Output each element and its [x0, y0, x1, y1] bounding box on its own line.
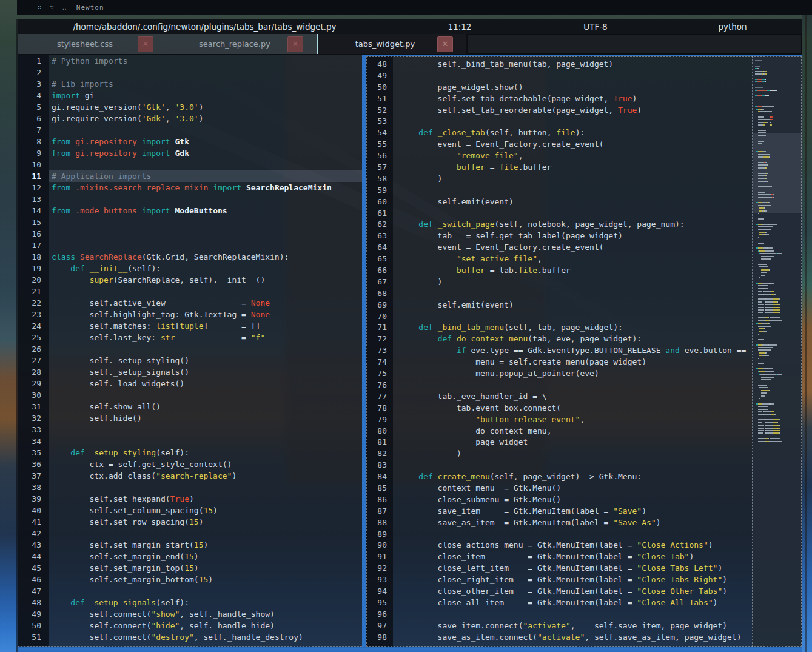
editor-pane-left[interactable]: 1# Python imports23# Lib imports4import …	[18, 55, 362, 647]
minimap-line-mark	[767, 167, 768, 169]
minimap-line-mark	[763, 256, 774, 257]
code-text: page_widget.show()	[393, 82, 802, 93]
code-text: self._load_widgets()	[49, 378, 362, 389]
code-line: 88 save_as_item = Gtk.MenuItem(label = "…	[366, 517, 802, 529]
code-text: self.show_all()	[49, 401, 362, 412]
minimap-line-mark	[765, 374, 776, 375]
minimap[interactable]	[752, 56, 802, 647]
minimap-line-mark	[767, 186, 772, 187]
code-text: self.set_margin_end(15)	[49, 551, 362, 562]
minimap-line-mark	[765, 162, 767, 163]
code-line: 3# Lib imports	[18, 78, 362, 90]
minimap-line-mark	[770, 317, 776, 318]
code-line: 47	[18, 585, 362, 597]
code-text: from .mode_buttons import ModeButtons	[49, 205, 362, 217]
line-number: 9	[18, 147, 49, 159]
line-number: 66	[366, 265, 393, 277]
line-number: 21	[18, 286, 49, 297]
minimap-line-mark	[779, 419, 780, 420]
code-token: file	[556, 128, 575, 137]
code-token: gi.repository	[75, 137, 142, 146]
editor-pane-right[interactable]: 48 self._bind_tab_menu(tab, page_widget)…	[366, 55, 802, 647]
tab-tabs_widget-py[interactable]: tabs_widget.py✕	[317, 34, 467, 54]
code-token: and	[665, 346, 684, 355]
code-token: # Python imports	[52, 56, 127, 66]
code-token: menu = self.create_menu(page_widget)	[400, 357, 646, 366]
header-bar: /home/abaddon/.config/newton/plugins/tab…	[18, 19, 802, 34]
code-text	[49, 528, 362, 539]
code-token: )	[722, 586, 727, 596]
code-text: save_item = Gtk.MenuItem(label = "Save")	[393, 506, 802, 517]
tab-search_replace-py[interactable]: search_replace.py✕	[167, 34, 317, 54]
code-text: if eve.type == Gdk.EventType.BUTTON_RELE…	[393, 345, 802, 357]
code-text	[393, 529, 802, 540]
minimap-line-mark	[758, 143, 763, 144]
code-text: "remove_file",	[393, 150, 802, 162]
code-text: "button-release-event",	[393, 414, 802, 426]
code-text: def _setup_styling(self):	[49, 447, 362, 459]
code-token: "destroy"	[151, 633, 193, 642]
code-line: 66 buffer = tab.file.buffer	[366, 265, 802, 277]
code-token: 15	[199, 575, 209, 584]
code-token: _close_tab	[438, 128, 485, 137]
minimap-line-mark	[761, 275, 766, 276]
code-view-left[interactable]: 1# Python imports23# Lib imports4import …	[18, 55, 362, 647]
tab-close-icon[interactable]: ✕	[437, 36, 453, 52]
minimap-line-mark	[758, 307, 765, 308]
pane-divider[interactable]	[362, 55, 366, 647]
line-number: 77	[366, 391, 393, 403]
code-token: import	[142, 149, 175, 158]
line-number: 25	[18, 332, 49, 343]
tab-stylesheet-css[interactable]: stylesheet.css✕	[18, 34, 167, 54]
code-token: =	[175, 333, 251, 342]
minimap-line-mark	[761, 269, 770, 271]
minimap-line-mark	[769, 156, 770, 158]
minimap-line-mark	[763, 377, 774, 378]
tab-close-icon[interactable]: ✕	[138, 36, 153, 52]
code-token: "Save As"	[613, 518, 656, 527]
tab-close-icon[interactable]: ✕	[287, 36, 303, 52]
encoding-indicator[interactable]: UTF-8	[528, 19, 663, 34]
code-text: close_other_item = Gtk.MenuItem(label = …	[393, 586, 802, 597]
minimap-line-mark	[776, 438, 780, 439]
code-line: 17	[18, 240, 362, 251]
code-line: 9from gi.repository import Gdk	[18, 147, 362, 159]
minimap-line-mark	[770, 320, 777, 321]
code-line: 60 self.emit(event)	[366, 197, 802, 208]
code-token	[400, 163, 457, 172]
code-token: )	[199, 517, 204, 526]
code-text: context_menu = Gtk.Menu()	[393, 483, 802, 494]
code-text: self.connect("destroy", self._handle_des…	[49, 631, 362, 643]
code-line: 25 self.last_key: str = "f"	[18, 332, 362, 343]
language-indicator[interactable]: python	[663, 19, 802, 34]
code-token: buffer	[457, 163, 485, 172]
code-token: self.set_column_spacing(	[52, 506, 203, 515]
code-text: super(SearchReplace, self).__init__()	[49, 274, 362, 286]
code-token: )	[189, 494, 194, 503]
minimap-line-mark	[758, 141, 764, 142]
code-view-right[interactable]: 48 self._bind_tab_menu(tab, page_widget)…	[366, 56, 802, 643]
code-token: (Gtk.Grid, SearchReplaceMixin):	[142, 252, 289, 261]
code-text	[49, 643, 362, 647]
line-number: 95	[366, 597, 393, 609]
code-text: def do_context_menu(tab, eve, page_widge…	[393, 334, 802, 345]
minimap-line-mark	[770, 441, 777, 442]
code-token: def	[70, 598, 89, 607]
code-text: self._setup_styling()	[49, 355, 362, 366]
code-token	[400, 266, 457, 275]
code-line: 74 menu = self.create_menu(page_widget)	[366, 357, 802, 368]
minimap-line-mark	[765, 301, 773, 303]
workspace-indicator-icons[interactable]: ∷ ∵ ‥	[38, 4, 67, 12]
code-text: self.highlight_tag: Gtk.TextTag = None	[49, 309, 362, 320]
minimap-line-mark	[768, 202, 770, 203]
code-token: def	[70, 448, 89, 457]
minimap-line-mark	[758, 291, 762, 292]
code-line: 6gi.require_version('Gdk', '3.0')	[18, 113, 362, 124]
minimap-line-mark	[758, 304, 764, 305]
minimap-line-mark	[757, 66, 760, 67]
code-token: self._setup_signals()	[52, 368, 189, 377]
code-text	[49, 435, 362, 447]
minimap-line-mark	[765, 298, 773, 300]
code-token: )	[208, 575, 213, 584]
code-token: import	[52, 91, 85, 100]
